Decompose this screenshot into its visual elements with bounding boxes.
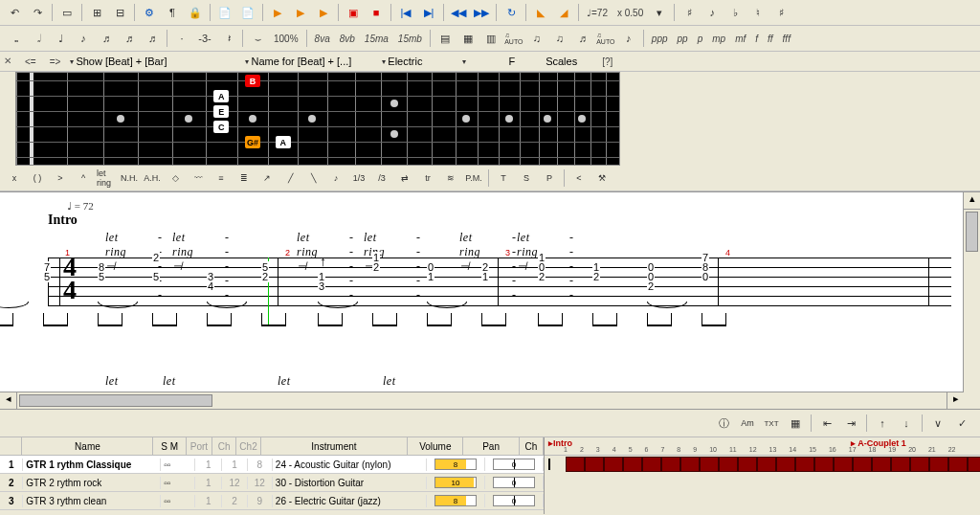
col-ch[interactable]: Ch: [212, 437, 236, 455]
auto2-icon[interactable]: ♫AUTO: [595, 28, 616, 49]
dyn-f[interactable]: f: [751, 34, 762, 44]
grid2-icon[interactable]: ⊟: [109, 2, 130, 23]
doc2-icon[interactable]: 📄: [237, 2, 258, 23]
trem2-icon[interactable]: ≡: [211, 168, 232, 189]
undo-icon[interactable]: ↶: [4, 2, 25, 23]
tie-icon[interactable]: ⌣: [247, 28, 268, 49]
dyn-ff[interactable]: ff: [764, 34, 777, 44]
tab-number[interactable]: 1: [318, 271, 325, 282]
timeline-cell[interactable]: [948, 457, 968, 472]
col-sm[interactable]: S M: [153, 437, 186, 455]
fret-note[interactable]: B: [245, 75, 260, 87]
col-cx[interactable]: Ch: [520, 437, 544, 455]
PM-icon[interactable]: P.M.: [463, 168, 484, 189]
fretboard-help[interactable]: [?]: [598, 56, 616, 67]
view1-icon[interactable]: ▤: [434, 28, 456, 49]
NH-icon[interactable]: N.H.: [119, 168, 140, 189]
voice2-icon[interactable]: ◢: [553, 2, 574, 23]
harm-icon[interactable]: ◇: [165, 168, 186, 189]
dot-icon[interactable]: ·: [171, 28, 192, 49]
whole-note-icon[interactable]: 𝅝: [4, 28, 25, 49]
dyn-mf[interactable]: mf: [731, 34, 749, 44]
shift-out-icon[interactable]: ⇥: [840, 413, 861, 434]
beam2-icon[interactable]: ♫: [549, 28, 570, 49]
ghost-icon[interactable]: ( ): [27, 168, 48, 189]
text-icon[interactable]: TXT: [761, 413, 782, 434]
slide2-icon[interactable]: ╱: [279, 168, 301, 189]
dead-icon[interactable]: x: [4, 168, 25, 189]
acc-icon[interactable]: >: [50, 168, 71, 189]
check-icon[interactable]: ✓: [951, 413, 972, 434]
zoom-down-icon[interactable]: ▾: [649, 2, 670, 23]
dyn-ppp[interactable]: ppp: [648, 34, 672, 44]
record-icon[interactable]: ■: [366, 2, 387, 23]
score-view[interactable]: ▴ ♩ = 72 Intro let ring ⊣ - - - - -let r…: [0, 191, 980, 410]
forward-icon[interactable]: ▶▶: [471, 2, 492, 23]
P-icon[interactable]: P: [539, 168, 560, 189]
timeline-cell[interactable]: [566, 457, 585, 472]
auto-icon[interactable]: ♫AUTO: [503, 28, 524, 49]
grid1-icon[interactable]: ⊞: [86, 2, 107, 23]
show-combo[interactable]: ▾Show [Beat] + [Bar]: [70, 56, 167, 67]
track-row[interactable]: 2GTR 2 rythm rock▫▫1121230 - Distortion …: [0, 474, 544, 492]
metronome-icon[interactable]: ▣: [343, 2, 364, 23]
vib-icon[interactable]: ≋: [440, 168, 461, 189]
quarter-note-icon[interactable]: ♩: [50, 28, 71, 49]
fret-note[interactable]: C: [213, 121, 229, 133]
first-icon[interactable]: |◀: [395, 2, 416, 23]
tab-number[interactable]: 2: [592, 271, 600, 282]
doc1-icon[interactable]: 📄: [214, 2, 235, 23]
AH-icon[interactable]: A.H.: [142, 168, 163, 189]
tool-icon[interactable]: ⚒: [591, 168, 612, 189]
move-down-icon[interactable]: ↓: [896, 413, 917, 434]
view3-icon[interactable]: ▥: [480, 28, 501, 49]
col-pan[interactable]: Pan: [463, 437, 519, 455]
pilcrow-icon[interactable]: ¶: [162, 2, 183, 23]
natural-icon[interactable]: ♮: [747, 2, 768, 23]
beam1-icon[interactable]: ♫: [526, 28, 547, 49]
timeline-cell[interactable]: [968, 457, 980, 472]
tab-number[interactable]: 7: [702, 252, 709, 263]
tab-number[interactable]: 2: [538, 271, 546, 282]
tab-number[interactable]: 2: [481, 261, 489, 273]
trem3-icon[interactable]: ≣: [234, 168, 255, 189]
close-fretboard-icon[interactable]: ✕: [4, 56, 15, 67]
beam3-icon[interactable]: ♬: [572, 28, 593, 49]
voice1-icon[interactable]: ◣: [530, 2, 551, 23]
horizontal-scrollbar[interactable]: ◂ ▸: [0, 392, 964, 409]
tab-number[interactable]: 1: [538, 252, 546, 263]
timeline-cell[interactable]: [642, 457, 661, 472]
col-port[interactable]: Port: [187, 437, 212, 455]
nav-next[interactable]: =>: [46, 56, 65, 67]
fretboard[interactable]: BAECG#A: [15, 72, 620, 166]
marker-icon[interactable]: ▶: [290, 2, 311, 23]
last-icon[interactable]: ▶|: [418, 2, 439, 23]
timeline-cell[interactable]: [661, 457, 680, 472]
tempo-display[interactable]: ♩=72: [583, 8, 612, 18]
timeline-cell[interactable]: [738, 457, 757, 472]
timeline-cell[interactable]: [604, 457, 623, 472]
col-vol[interactable]: Volume: [408, 437, 463, 455]
marker-prev-icon[interactable]: ▶: [267, 2, 288, 23]
tab-number[interactable]: 0: [427, 261, 434, 273]
timeline-cell[interactable]: [623, 457, 642, 472]
keysig-icon[interactable]: ♪: [702, 2, 723, 23]
timeline-cell[interactable]: [700, 457, 719, 472]
tab-number[interactable]: 3: [207, 271, 214, 282]
8va-icon[interactable]: 8va: [311, 34, 334, 44]
15mb-icon[interactable]: 15mb: [394, 34, 426, 44]
nav-prev[interactable]: <=: [21, 56, 40, 67]
redo-icon[interactable]: ↷: [27, 2, 48, 23]
slide3-icon[interactable]: ╲: [302, 168, 323, 189]
thirtysecond-note-icon[interactable]: ♬: [119, 28, 140, 49]
stem-icon[interactable]: ♪: [618, 28, 639, 49]
triplet-icon[interactable]: 1/3: [348, 168, 369, 189]
sound-combo[interactable]: ▾Electric: [382, 56, 422, 67]
col-name[interactable]: Name: [22, 437, 153, 455]
shift-in-icon[interactable]: ⇤: [816, 413, 837, 434]
info-icon[interactable]: ⓘ: [713, 413, 734, 434]
flat-icon[interactable]: ♭: [724, 2, 746, 23]
swap-icon[interactable]: ⇄: [394, 168, 415, 189]
timeline-cell[interactable]: [853, 457, 872, 472]
T-icon[interactable]: T: [493, 168, 514, 189]
